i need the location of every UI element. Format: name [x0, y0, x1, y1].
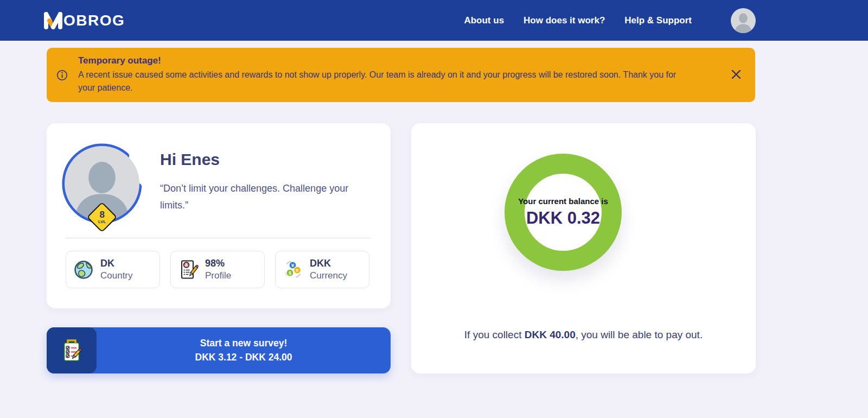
navbar: OBROG About us How does it work? Help & …: [0, 0, 868, 41]
info-icon: [56, 69, 68, 81]
start-survey-button[interactable]: Start a new survey! DKK 3.12 - DKK 24.00: [47, 327, 391, 373]
stat-country-value: DK: [100, 258, 133, 269]
survey-button-text: Start a new survey! DKK 3.12 - DKK 24.00: [97, 327, 391, 373]
payout-message: If you collect DKK 40.00, you will be ab…: [411, 329, 756, 341]
payout-prefix: If you collect: [464, 329, 525, 340]
mobrog-dashboard: OBROG About us How does it work? Help & …: [0, 0, 868, 418]
survey-line2: DKK 3.12 - DKK 24.00: [195, 352, 292, 363]
stat-currency[interactable]: ¥ ¢ $ DKK Currency: [275, 251, 369, 288]
nav-link-about-us[interactable]: About us: [464, 15, 504, 26]
stat-country-label: Country: [100, 270, 133, 281]
stat-currency-value: DKK: [310, 258, 347, 269]
mobrog-logo[interactable]: OBROG: [43, 12, 125, 29]
motivational-quote: “Don’t limit your challenges. Challenge …: [160, 180, 362, 214]
level-badge: 8 LVL: [87, 201, 117, 233]
survey-line1: Start a new survey!: [200, 338, 287, 349]
profile-avatar: 8 LVL: [59, 140, 145, 227]
banner-body: A recent issue caused some activities an…: [78, 68, 678, 94]
stat-country[interactable]: DK Country: [66, 251, 160, 288]
balance-label: Your current balance is: [518, 197, 608, 206]
profile-card: 8 LVL Hi Enes “Don’t limit your challeng…: [47, 123, 391, 308]
stat-profile-label: Profile: [205, 270, 231, 281]
level-unit: LVL: [98, 220, 106, 224]
nav-links: About us How does it work? Help & Suppor…: [464, 8, 756, 33]
stat-profile-value: 98%: [205, 258, 231, 269]
account-avatar[interactable]: [731, 8, 756, 33]
nav-link-help-support[interactable]: Help & Support: [624, 15, 692, 26]
profile-doc-icon: [177, 259, 199, 281]
person-icon: [731, 8, 756, 33]
logo-text: OBROG: [63, 12, 125, 29]
payout-amount: DKK 40.00: [525, 329, 576, 340]
close-icon: [731, 69, 742, 80]
stat-profile[interactable]: 98% Profile: [170, 251, 265, 288]
balance-ring: Your current balance is DKK 0.32: [505, 154, 622, 271]
outage-banner: Temporary outage! A recent issue caused …: [47, 48, 755, 102]
level-value: 8: [98, 210, 106, 219]
banner-text: Temporary outage! A recent issue caused …: [78, 55, 678, 94]
svg-text:¢: ¢: [296, 267, 298, 273]
logo-m-icon: [43, 12, 63, 29]
svg-text:$: $: [289, 270, 291, 275]
balance-amount: DKK 0.32: [526, 208, 600, 228]
svg-text:¥: ¥: [291, 262, 294, 268]
survey-clipboard-icon: [59, 338, 85, 364]
nav-link-how-it-works[interactable]: How does it work?: [524, 15, 605, 26]
banner-close-button[interactable]: [730, 69, 742, 81]
balance-card: Your current balance is DKK 0.32 If you …: [411, 123, 756, 373]
divider: [66, 238, 370, 238]
banner-title: Temporary outage!: [78, 55, 678, 66]
globe-icon: [73, 259, 94, 281]
profile-stats: DK Country 98: [66, 251, 369, 288]
stat-currency-label: Currency: [310, 270, 347, 281]
currency-coins-icon: ¥ ¢ $: [282, 259, 304, 281]
greeting-heading: Hi Enes: [160, 150, 220, 169]
payout-suffix: , you will be able to pay out.: [576, 329, 703, 340]
survey-icon-box: [47, 327, 97, 373]
